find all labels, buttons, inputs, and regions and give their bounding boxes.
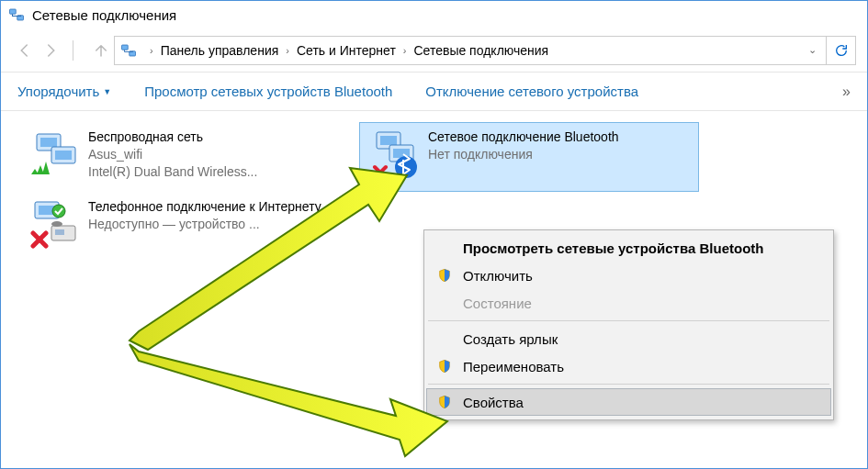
toolbar: Упорядочить ▼ Просмотр сетевых устройств…	[1, 73, 867, 111]
ctx-label: Свойства	[463, 395, 524, 410]
svg-point-15	[52, 205, 65, 218]
ctx-label: Переименовать	[463, 359, 564, 374]
connection-name: Телефонное подключение к Интернету	[88, 198, 321, 216]
window-title: Сетевые подключения	[32, 7, 176, 23]
connection-name: Сетевое подключение Bluetooth	[428, 128, 619, 146]
ctx-status: Состояние	[426, 289, 831, 317]
blank-icon	[435, 294, 454, 312]
organize-label: Упорядочить	[17, 84, 99, 99]
svg-rect-2	[122, 45, 129, 50]
ctx-disable[interactable]: Отключить	[426, 262, 831, 289]
connection-device: Intel(R) Dual Band Wireless...	[88, 163, 257, 181]
blank-icon	[435, 329, 454, 348]
view-bt-label: Просмотр сетевых устройств Bluetooth	[144, 84, 392, 99]
chevron-down-icon[interactable]: ⌄	[805, 44, 820, 56]
ctx-properties[interactable]: Свойства	[426, 388, 831, 416]
ctx-label: Просмотреть сетевые устройства Bluetooth	[463, 240, 763, 256]
disable-device-button[interactable]: Отключение сетевого устройства	[425, 84, 638, 99]
svg-point-18	[51, 221, 62, 227]
menu-separator	[428, 320, 829, 321]
shield-icon	[435, 393, 454, 411]
svg-rect-17	[55, 229, 64, 235]
connection-item-dialup[interactable]: Телефонное подключение к Интернету Недос…	[19, 192, 359, 262]
context-menu: Просмотреть сетевые устройства Bluetooth…	[423, 229, 834, 420]
disable-label: Отключение сетевого устройства	[425, 84, 638, 99]
blank-icon	[435, 239, 454, 257]
svg-rect-5	[40, 138, 57, 147]
titlebar: Сетевые подключения	[1, 1, 867, 28]
divider	[73, 40, 73, 61]
toolbar-overflow-button[interactable]: »	[842, 84, 851, 100]
breadcrumb-segment[interactable]: Сетевые подключения	[413, 43, 548, 58]
ctx-label: Создать ярлык	[463, 331, 558, 347]
connection-item-bluetooth[interactable]: Сетевое подключение Bluetooth Нет подклю…	[359, 122, 699, 192]
breadcrumb-icon	[120, 42, 137, 59]
ctx-label: Состояние	[463, 296, 532, 311]
connection-status: Asus_wifi	[88, 146, 257, 163]
chevron-right-icon[interactable]: ›	[142, 45, 161, 56]
dialup-adapter-icon	[28, 198, 79, 250]
ctx-rename[interactable]: Переименовать	[426, 352, 831, 380]
breadcrumb-segment[interactable]: Панель управления	[161, 43, 279, 58]
chevron-right-icon[interactable]: ›	[396, 45, 414, 56]
svg-rect-9	[380, 136, 397, 145]
network-connections-icon	[8, 6, 25, 23]
connection-status: Нет подключения	[428, 146, 619, 163]
connection-item-wireless[interactable]: Беспроводная сеть Asus_wifi Intel(R) Dua…	[19, 122, 359, 192]
forward-button[interactable]	[38, 38, 63, 63]
bluetooth-adapter-icon	[367, 128, 419, 180]
view-bluetooth-devices-button[interactable]: Просмотр сетевых устройств Bluetooth	[144, 84, 392, 99]
connection-status: Недоступно — устройство ...	[88, 216, 321, 233]
ctx-create-shortcut[interactable]: Создать ярлык	[426, 325, 831, 352]
wireless-adapter-icon	[28, 128, 79, 180]
chevron-right-icon[interactable]: ›	[278, 45, 297, 56]
svg-rect-0	[10, 9, 17, 14]
shield-icon	[435, 266, 454, 285]
ctx-view-bt-devices[interactable]: Просмотреть сетевые устройства Bluetooth	[426, 234, 831, 262]
ctx-label: Отключить	[463, 268, 533, 284]
svg-rect-7	[55, 151, 72, 160]
navbar: › Панель управления › Сеть и Интернет › …	[1, 28, 867, 73]
organize-menu[interactable]: Упорядочить ▼	[17, 84, 111, 99]
back-button[interactable]	[12, 38, 38, 63]
connection-name: Беспроводная сеть	[88, 128, 257, 146]
window: Сетевые подключения › Панель управления …	[0, 0, 868, 469]
refresh-button[interactable]	[827, 36, 856, 65]
breadcrumb[interactable]: › Панель управления › Сеть и Интернет › …	[114, 36, 827, 65]
shield-icon	[435, 357, 454, 375]
menu-separator	[428, 384, 829, 385]
dropdown-triangle-icon: ▼	[103, 87, 111, 96]
breadcrumb-segment[interactable]: Сеть и Интернет	[297, 43, 396, 58]
up-button[interactable]	[88, 38, 114, 63]
